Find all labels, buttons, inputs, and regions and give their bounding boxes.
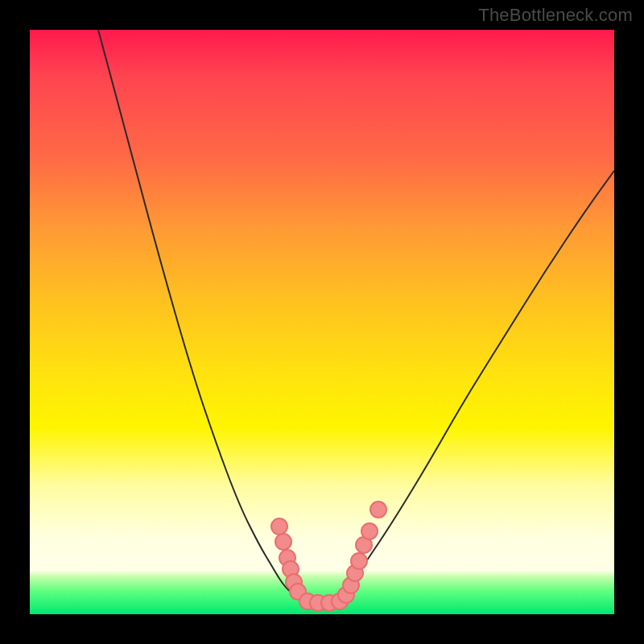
right-dot-4 <box>351 553 367 569</box>
chart-container: TheBottleneck.com <box>0 0 644 644</box>
left-dot-2 <box>275 534 291 550</box>
watermark-text: TheBottleneck.com <box>478 5 633 26</box>
plot-area <box>30 30 614 614</box>
curves-svg <box>30 30 614 614</box>
right-dot-6 <box>361 523 378 539</box>
left-dot-1 <box>271 518 287 535</box>
right-dot-7 <box>370 502 386 518</box>
